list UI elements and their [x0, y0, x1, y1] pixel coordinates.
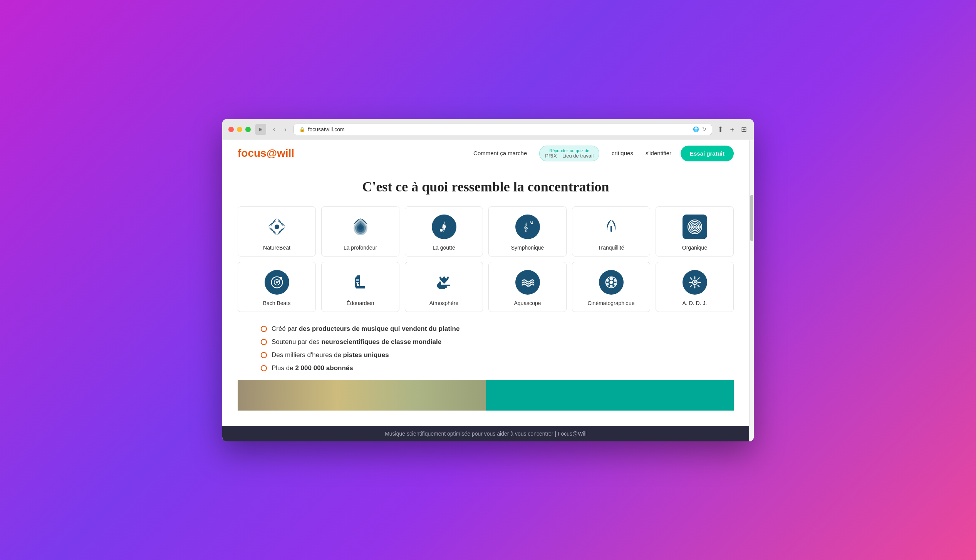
features-list: Créé par des producteurs de musique qui …: [238, 317, 734, 380]
svg-text:𝄞: 𝄞: [523, 223, 528, 232]
svg-point-30: [606, 279, 609, 282]
tab-list-icon[interactable]: ⊞: [255, 124, 266, 135]
logo[interactable]: focus@will: [238, 147, 294, 159]
feature-text: Créé par des producteurs de musique qui …: [272, 325, 459, 333]
channel-bach-beats[interactable]: Bach Beats: [238, 262, 316, 312]
channel-label: Édouardien: [347, 300, 374, 306]
address-bar[interactable]: 🔒 focusatwill.com 🌐 ↻: [293, 124, 712, 135]
goutte-icon: [432, 215, 456, 239]
svg-point-32: [606, 283, 609, 285]
main-nav: focus@will Comment ça marche Répondez au…: [222, 140, 749, 167]
main-content: C'est ce à quoi ressemble la concentrati…: [222, 167, 749, 426]
channel-cinematographique[interactable]: Cinématographique: [572, 262, 650, 312]
bullet-icon: [261, 365, 267, 371]
share-button[interactable]: ⬆: [717, 124, 724, 134]
channel-label: Tranquillité: [598, 245, 624, 251]
svg-line-43: [690, 285, 692, 287]
channel-goutte[interactable]: La goutte: [405, 206, 483, 257]
nav-how-it-works[interactable]: Comment ça marche: [473, 150, 527, 156]
channel-aquascope[interactable]: Aquascope: [488, 262, 567, 312]
toolbar-right: ⬆ ＋ ⊞: [717, 124, 748, 135]
bach-beats-icon: [265, 270, 289, 295]
channel-label: La goutte: [433, 245, 455, 251]
channel-naturebeat[interactable]: NatureBeat: [238, 206, 316, 257]
nav-reviews[interactable]: critiques: [612, 150, 633, 156]
music-grid-row2: Bach Beats: [238, 262, 734, 312]
scrollbar-thumb[interactable]: [750, 195, 753, 241]
channel-addj[interactable]: A. D. D. J.: [656, 262, 734, 312]
channel-label: Organique: [682, 245, 707, 251]
bullet-icon: [261, 339, 267, 345]
svg-point-6: [531, 222, 533, 224]
new-tab-button[interactable]: ＋: [728, 124, 736, 135]
svg-point-20: [280, 277, 282, 279]
svg-point-18: [276, 281, 278, 283]
svg-line-40: [690, 278, 692, 279]
channel-profondeur[interactable]: La profondeur: [321, 206, 399, 257]
svg-point-0: [275, 225, 279, 229]
svg-point-26: [609, 280, 613, 284]
svg-point-7: [530, 221, 531, 223]
svg-point-8: [532, 221, 533, 223]
window-controls: [228, 127, 251, 132]
lock-icon: 🔒: [299, 127, 305, 132]
aquascope-icon: [515, 270, 540, 295]
channel-tranquillite[interactable]: Tranquillité: [572, 206, 650, 257]
channel-label: Bach Beats: [263, 300, 291, 306]
browser-window: ⊞ ‹ › 🔒 focusatwill.com 🌐 ↻ ⬆ ＋ ⊞ focus@…: [222, 119, 754, 441]
minimize-button[interactable]: [237, 127, 242, 132]
svg-point-31: [614, 279, 616, 282]
translate-icon: 🌐: [693, 126, 699, 132]
profondeur-icon: [348, 215, 373, 239]
url-text: focusatwill.com: [308, 126, 345, 132]
maximize-button[interactable]: [245, 127, 251, 132]
close-button[interactable]: [228, 127, 234, 132]
channel-symphonique[interactable]: 𝄞 Symphonique: [488, 206, 567, 257]
music-grid-row1: NatureBeat: [238, 206, 734, 257]
quiz-badge[interactable]: Répondez au quiz de PRIX Lieu de travail: [539, 146, 599, 161]
svg-rect-21: [356, 287, 365, 288]
feature-text: Des milliers d'heures de pistes uniques: [272, 351, 389, 359]
cinematographique-icon: [599, 270, 624, 295]
feature-item: Créé par des producteurs de musique qui …: [261, 325, 711, 333]
channel-label: Atmosphère: [429, 300, 458, 306]
feature-item: Plus de 2 000 000 abonnés: [261, 364, 711, 372]
bottom-strip: [238, 380, 734, 411]
nav-login[interactable]: s'identifier: [646, 150, 671, 156]
essai-gratuit-button[interactable]: Essai gratuit: [681, 146, 734, 161]
scrollbar[interactable]: [749, 140, 754, 441]
channel-label: NatureBeat: [263, 245, 290, 251]
svg-rect-4: [443, 225, 445, 226]
symphonique-icon: 𝄞: [515, 215, 540, 239]
naturebeat-icon: [265, 215, 289, 239]
channel-edouardien[interactable]: Édouardien: [321, 262, 399, 312]
svg-point-34: [692, 279, 697, 285]
svg-rect-14: [689, 226, 701, 227]
svg-line-41: [698, 285, 699, 287]
feature-item: Soutenu par des neuroscientifiques de cl…: [261, 338, 711, 346]
svg-point-2: [440, 229, 443, 231]
back-button[interactable]: ‹: [271, 125, 277, 134]
channel-label: Cinématographique: [587, 300, 634, 306]
addj-icon: [683, 270, 707, 295]
tranquillite-icon: [599, 215, 624, 239]
feature-item: Des milliers d'heures de pistes uniques: [261, 351, 711, 359]
svg-point-29: [610, 285, 612, 287]
feature-text: Soutenu par des neuroscientifiques de cl…: [272, 338, 441, 346]
forward-button[interactable]: ›: [282, 125, 288, 134]
bullet-icon: [261, 326, 267, 332]
channel-label: Aquascope: [514, 300, 541, 306]
browser-content: focus@will Comment ça marche Répondez au…: [222, 140, 749, 441]
refresh-icon[interactable]: ↻: [702, 126, 706, 132]
footer-text: Musique scientifiquement optimisée pour …: [385, 431, 587, 437]
svg-point-28: [610, 277, 612, 280]
footer-bar: Musique scientifiquement optimisée pour …: [222, 426, 749, 441]
channel-label: A. D. D. J.: [683, 300, 707, 306]
browser-titlebar: ⊞ ‹ › 🔒 focusatwill.com 🌐 ↻ ⬆ ＋ ⊞: [222, 119, 754, 140]
nav-links: Comment ça marche Répondez au quiz de PR…: [473, 146, 671, 161]
section-title: C'est ce à quoi ressemble la concentrati…: [238, 179, 734, 195]
bullet-icon: [261, 352, 267, 358]
tab-overview-button[interactable]: ⊞: [740, 124, 748, 134]
channel-atmosphere[interactable]: Atmosphère: [405, 262, 483, 312]
channel-organique[interactable]: Organique: [656, 206, 734, 257]
